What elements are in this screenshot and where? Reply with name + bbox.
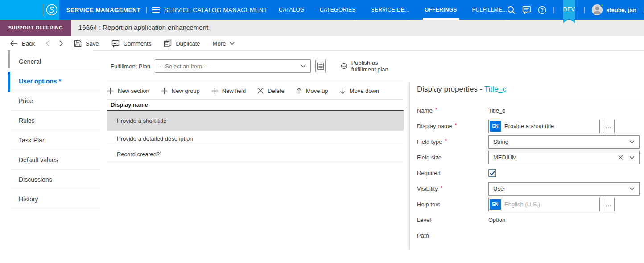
required-asterisk: * <box>445 138 447 144</box>
field-label: Help text <box>417 201 440 208</box>
chevron-down-icon <box>301 64 306 68</box>
tab-overflow-dots: ... <box>408 17 413 21</box>
sidebar-item-default-values[interactable]: Default values <box>10 150 100 170</box>
sidebar-item-history[interactable]: History <box>10 189 100 209</box>
move-up-button[interactable]: Move up <box>296 88 328 94</box>
field-row-level: Level Option <box>417 212 642 228</box>
field-label: Name <box>417 107 433 114</box>
open-list-button[interactable] <box>315 60 326 72</box>
entity-name-link[interactable]: Title_c <box>484 85 506 93</box>
selected-value: String <box>493 138 629 145</box>
options-toolbar: New section New group New field Delete <box>107 82 404 99</box>
chevron-down-icon <box>629 187 635 191</box>
more-menu-button[interactable]: More <box>213 40 235 47</box>
chevron-right-icon <box>59 40 63 46</box>
new-section-button[interactable]: New section <box>107 88 149 94</box>
display-name-input[interactable]: EN Provide a short title <box>488 120 600 133</box>
field-row-field-size: Field size MEDIUM <box>417 150 642 165</box>
save-icon <box>74 40 82 47</box>
user-menu[interactable]: steube, jan <box>592 4 636 15</box>
chevron-down-icon <box>629 140 635 144</box>
field-label: Field type <box>417 138 442 145</box>
field-row-name: Name* Title_c <box>417 103 642 118</box>
help-text-input[interactable]: EN English (U.S.) <box>488 198 600 211</box>
help-icon[interactable]: ? <box>538 6 546 14</box>
field-row-display-name: Display name* EN Provide a short title .… <box>417 118 642 134</box>
chat-icon[interactable] <box>522 6 531 14</box>
tab-offerings[interactable]: OFFERINGS <box>425 0 457 20</box>
brand-block <box>0 0 59 20</box>
arrow-up-icon <box>296 88 302 94</box>
presence-dot <box>600 4 604 7</box>
name-value: Title_c <box>488 107 505 114</box>
comment-icon <box>111 40 120 47</box>
sidebar-scrollbar[interactable] <box>8 50 10 209</box>
tab-fulfillment[interactable]: FULFILLME...... <box>472 0 507 20</box>
new-field-button[interactable]: New field <box>211 88 246 94</box>
required-asterisk: * <box>455 122 457 129</box>
chevron-down-icon <box>230 42 235 45</box>
panel-title: Display properties - Title_c <box>417 85 642 94</box>
table-row[interactable]: Record created? <box>107 146 404 162</box>
arrow-down-icon <box>340 88 346 94</box>
previous-record-button[interactable] <box>45 40 50 46</box>
move-down-button[interactable]: Move down <box>340 88 379 94</box>
table-row[interactable]: Provide a detailed description <box>107 131 404 146</box>
display-name-more-button[interactable]: ... <box>603 120 615 133</box>
arrow-left-icon <box>10 40 18 46</box>
sidebar-item-discussions[interactable]: Discussions <box>10 170 100 189</box>
delete-button[interactable]: Delete <box>257 88 285 94</box>
plus-icon <box>107 88 114 94</box>
smax-logo-icon[interactable] <box>45 4 58 18</box>
comments-button[interactable]: Comments <box>111 40 152 47</box>
nav-tabs: CATALOG CATEGORIES... SERVICE DE...... O… <box>279 0 507 20</box>
search-icon[interactable] <box>507 6 516 14</box>
fulfillment-plan-select[interactable]: -- Select an item -- <box>155 59 311 73</box>
new-group-button[interactable]: New group <box>161 88 200 94</box>
required-asterisk: * <box>441 185 443 191</box>
divider <box>417 99 642 99</box>
field-row-visibility: Visibility* User <box>417 181 642 196</box>
back-button[interactable]: Back <box>10 40 35 47</box>
plus-icon <box>211 88 218 94</box>
display-properties-panel: Display properties - Title_c Name* Title… <box>417 83 642 243</box>
duplicate-button[interactable]: Duplicate <box>164 39 200 47</box>
field-label: Required <box>417 170 441 176</box>
app-title: SERVICE CATALOG MANAGEMENT <box>164 7 267 13</box>
sidebar-item-user-options[interactable]: User options * <box>10 71 100 91</box>
help-text-more-button[interactable]: ... <box>603 198 615 211</box>
required-checkbox[interactable] <box>488 169 496 177</box>
divider: | <box>583 6 585 13</box>
nav-utility-icons: ? <box>507 6 546 14</box>
input-placeholder: English (U.S.) <box>501 201 540 208</box>
clear-x-icon[interactable] <box>618 155 623 160</box>
sidebar-item-task-plan[interactable]: Task Plan <box>10 130 100 150</box>
field-size-select[interactable]: MEDIUM <box>488 151 640 164</box>
language-badge: EN <box>490 199 501 210</box>
sidebar-item-general[interactable]: General <box>10 52 100 71</box>
table-row[interactable]: Provide a short title <box>107 111 404 131</box>
next-record-button[interactable] <box>59 40 63 46</box>
divider <box>409 83 410 249</box>
publish-as-fulfillment-plan-button[interactable]: Publish as fulfillment plan <box>341 59 404 73</box>
field-row-help-text: Help text EN English (U.S.) ... <box>417 196 642 212</box>
tab-overflow-dots: ... <box>354 17 359 21</box>
field-label: Path <box>417 232 429 239</box>
field-row-required: Required <box>417 165 642 181</box>
sidebar-item-price[interactable]: Price <box>10 91 100 111</box>
field-row-field-type: Field type* String <box>417 134 642 150</box>
svg-text:?: ? <box>541 7 544 13</box>
sidebar-item-rules[interactable]: Rules <box>10 111 100 130</box>
field-label: Visibility <box>417 185 438 192</box>
hamburger-menu-icon[interactable] <box>152 7 160 13</box>
tab-service-definitions[interactable]: SERVICE DE...... <box>371 0 409 20</box>
fulfillment-plan-label: Fulfillment Plan <box>107 63 155 70</box>
scrollbar-thumb[interactable] <box>8 50 10 68</box>
save-button[interactable]: Save <box>74 40 99 47</box>
chevron-down-icon <box>629 156 635 159</box>
tab-catalog[interactable]: CATALOG <box>279 0 305 20</box>
tab-categories[interactable]: CATEGORIES... <box>320 0 356 20</box>
field-type-select[interactable]: String <box>488 135 640 149</box>
visibility-select[interactable]: User <box>488 182 640 196</box>
chevron-left-icon <box>45 40 50 46</box>
